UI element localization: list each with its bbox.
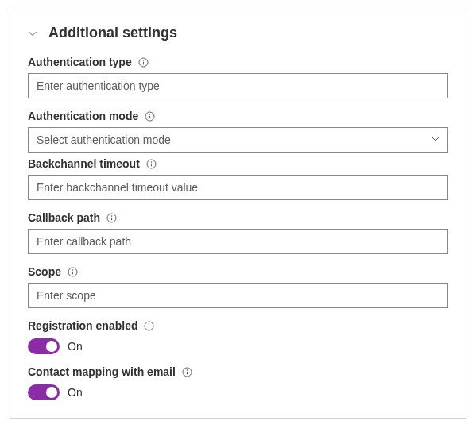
contact-mapping-toggle[interactable] xyxy=(28,384,60,400)
scope-label-row: Scope xyxy=(28,265,448,278)
svg-rect-11 xyxy=(111,217,112,220)
chevron-down-icon xyxy=(28,29,37,38)
info-icon[interactable] xyxy=(182,367,192,377)
svg-rect-17 xyxy=(149,325,149,328)
info-icon[interactable] xyxy=(68,267,78,277)
svg-rect-8 xyxy=(151,163,152,166)
svg-rect-14 xyxy=(72,271,73,274)
svg-point-19 xyxy=(187,369,188,371)
backchannel-input[interactable] xyxy=(28,175,448,200)
scope-label: Scope xyxy=(28,265,61,278)
registration-toggle-row: On xyxy=(28,338,448,354)
additional-settings-panel: Additional settings Authentication type … xyxy=(10,10,466,419)
registration-toggle[interactable] xyxy=(28,338,60,354)
registration-label: Registration enabled xyxy=(28,319,137,332)
auth-type-input[interactable] xyxy=(28,73,448,98)
svg-point-10 xyxy=(111,215,113,217)
registration-label-row: Registration enabled xyxy=(28,319,448,332)
svg-point-4 xyxy=(149,114,151,115)
contact-mapping-label: Contact mapping with email xyxy=(28,365,176,378)
svg-rect-5 xyxy=(149,115,150,118)
info-icon[interactable] xyxy=(144,321,154,331)
auth-mode-label-row: Authentication mode xyxy=(28,110,448,122)
svg-point-13 xyxy=(72,269,74,271)
auth-mode-label: Authentication mode xyxy=(28,110,138,122)
contact-mapping-state: On xyxy=(68,386,83,399)
svg-rect-20 xyxy=(187,371,188,374)
info-icon[interactable] xyxy=(106,213,117,223)
svg-point-1 xyxy=(142,60,144,61)
auth-mode-select[interactable]: Select authentication mode xyxy=(28,127,448,153)
scope-input[interactable] xyxy=(28,283,448,308)
svg-point-7 xyxy=(151,161,153,163)
contact-mapping-label-row: Contact mapping with email xyxy=(28,365,448,378)
section-header[interactable]: Additional settings xyxy=(28,25,448,41)
auth-mode-select-wrap: Select authentication mode xyxy=(28,127,448,153)
info-icon[interactable] xyxy=(138,57,149,68)
auth-type-label-row: Authentication type xyxy=(28,56,448,68)
registration-state: On xyxy=(68,340,83,353)
auth-type-label: Authentication type xyxy=(28,56,132,68)
contact-mapping-toggle-row: On xyxy=(28,384,448,400)
info-icon[interactable] xyxy=(145,111,155,122)
svg-rect-2 xyxy=(143,61,144,64)
section-title: Additional settings xyxy=(48,25,177,41)
backchannel-label: Backchannel timeout xyxy=(28,157,140,170)
callback-input[interactable] xyxy=(28,229,448,254)
svg-point-16 xyxy=(149,323,150,325)
toggle-knob xyxy=(46,341,57,352)
toggle-knob xyxy=(46,387,57,398)
info-icon[interactable] xyxy=(146,159,157,169)
backchannel-label-row: Backchannel timeout xyxy=(28,157,448,170)
callback-label-row: Callback path xyxy=(28,211,448,224)
callback-label: Callback path xyxy=(28,211,100,224)
